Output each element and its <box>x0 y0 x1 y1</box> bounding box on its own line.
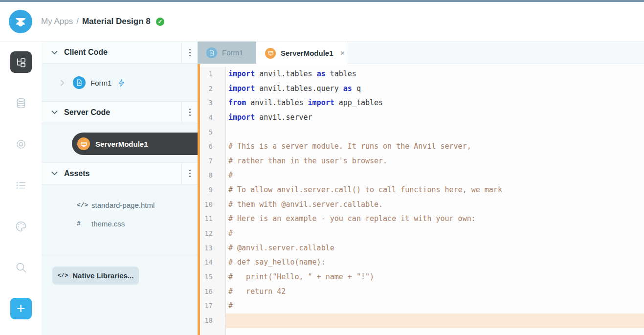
breadcrumb-separator: / <box>76 17 79 26</box>
code-editor[interactable]: 1import anvil.tables as tables2import an… <box>198 64 644 335</box>
app-title[interactable]: Material Design 8 <box>82 17 151 26</box>
tree-item-form1[interactable]: Form1 <box>42 70 198 95</box>
editor-line: 17# <box>200 299 644 313</box>
asset-item-standard-page[interactable]: </> standard-page.html <box>42 196 198 214</box>
code-line[interactable]: import anvil.tables as tables <box>226 67 644 82</box>
chevron-down-icon <box>51 110 58 114</box>
editor-line: 7# rather than in the user's browser. <box>200 154 644 169</box>
native-libraries-button[interactable]: </> Native Libraries... <box>52 267 139 285</box>
section-title: Assets <box>64 169 181 178</box>
line-number: 11 <box>200 212 226 226</box>
tree-item-label: ServerModule1 <box>95 140 148 148</box>
tab-label: ServerModule1 <box>281 49 333 57</box>
code-token: from <box>228 98 246 107</box>
line-number: 10 <box>200 198 226 212</box>
gutter-filler <box>200 328 226 335</box>
code-token: import <box>228 84 255 93</box>
code-line[interactable]: # <box>226 168 644 183</box>
code-line[interactable] <box>226 125 644 140</box>
section-header-assets[interactable]: Assets <box>42 162 198 184</box>
code-line[interactable]: # This is a server module. It runs on th… <box>226 139 644 154</box>
editor-line: 6# This is a server module. It runs on t… <box>200 139 644 154</box>
code-token: anvil.tables <box>246 98 308 107</box>
code-line[interactable]: # return 42 <box>226 285 644 299</box>
code-line-active[interactable] <box>226 313 644 328</box>
line-number: 15 <box>200 270 226 285</box>
breadcrumb-my-apps[interactable]: My Apps <box>41 17 73 26</box>
editor-line: 1import anvil.tables as tables <box>200 67 644 82</box>
code-line[interactable]: # @anvil.server.callable <box>226 241 644 256</box>
asset-item-theme-css[interactable]: # theme.css <box>42 214 198 233</box>
editor-line: 11# Here is an example - you can replace… <box>200 212 644 226</box>
code-line[interactable]: from anvil.tables import app_tables <box>226 96 644 111</box>
panel-divider-orange[interactable] <box>198 64 200 335</box>
code-token: # return 42 <box>228 287 286 296</box>
rail-item-search[interactable] <box>10 257 32 278</box>
code-line[interactable]: # rather than in the user's browser. <box>226 154 644 169</box>
code-line[interactable]: # To allow anvil.server.call() to call f… <box>226 183 644 198</box>
asset-label: standard-page.html <box>91 201 155 209</box>
code-line[interactable]: # Here is an example - you can replace i… <box>226 212 644 226</box>
section-title: Server Code <box>64 108 181 117</box>
code-token: # @anvil.server.callable <box>228 244 334 252</box>
editor-line: 15# print("Hello, " + name + "!") <box>200 270 644 285</box>
tab-form1[interactable]: Form1 <box>198 42 256 64</box>
code-line[interactable]: import anvil.tables.query as q <box>226 82 644 96</box>
list-icon <box>14 179 28 192</box>
code-token: # <box>228 171 233 179</box>
client-code-menu-button[interactable] <box>181 42 198 63</box>
add-button[interactable]: + <box>10 298 32 319</box>
rail-item-logs[interactable] <box>10 175 32 196</box>
code-token: # <box>228 229 233 238</box>
native-libraries-label: Native Libraries... <box>72 271 133 280</box>
line-number: 12 <box>200 226 226 241</box>
kebab-icon <box>189 170 191 177</box>
editor-line: 18 <box>200 313 644 328</box>
line-number: 8 <box>200 168 226 183</box>
anvil-ide-window: My Apps / Material Design 8 ✓ <box>0 0 644 335</box>
code-line[interactable]: import anvil.server <box>226 111 644 125</box>
code-token: anvil.tables.query <box>255 84 343 93</box>
form-icon <box>206 47 217 58</box>
code-filler[interactable] <box>226 328 644 335</box>
line-number: 2 <box>200 82 226 96</box>
server-code-items: ServerModule1 <box>42 123 198 162</box>
chevron-down-icon <box>51 50 58 55</box>
code-token: # <box>228 301 233 310</box>
search-icon <box>14 261 28 274</box>
code-token: # print("Hello, " + name + "!") <box>228 272 374 281</box>
code-line[interactable]: # them with @anvil.server.callable. <box>226 198 644 212</box>
section-title: Client Code <box>64 48 181 57</box>
anvil-logo[interactable] <box>9 10 32 33</box>
rail-item-data-tables[interactable] <box>10 92 32 114</box>
assets-menu-button[interactable] <box>181 163 198 184</box>
server-code-menu-button[interactable] <box>181 102 198 123</box>
rail-item-theme[interactable] <box>10 216 32 237</box>
tree-item-servermodule1-selected[interactable]: ServerModule1 <box>72 133 198 155</box>
code-line[interactable]: # <box>226 299 644 313</box>
chevron-right-icon[interactable] <box>60 80 65 86</box>
code-token: import <box>308 98 334 107</box>
line-number: 17 <box>200 299 226 313</box>
code-line[interactable]: # print("Hello, " + name + "!") <box>226 270 644 285</box>
code-line[interactable]: # <box>226 226 644 241</box>
code-line[interactable]: # def say_hello(name): <box>226 255 644 270</box>
rail-item-settings[interactable] <box>10 134 32 155</box>
server-icon <box>265 48 276 59</box>
gear-icon <box>14 137 28 151</box>
section-header-client-code[interactable]: Client Code <box>42 42 198 64</box>
client-code-items: Form1 <box>42 64 198 101</box>
line-number: 4 <box>200 111 226 125</box>
editor-rows: 1import anvil.tables as tables2import an… <box>200 64 644 335</box>
form-icon <box>73 76 86 89</box>
rail-item-app-structure[interactable] <box>10 51 32 73</box>
close-tab-icon[interactable]: × <box>340 48 345 58</box>
line-number: 16 <box>200 285 226 299</box>
line-number: 1 <box>200 67 226 82</box>
events-bolt-icon <box>118 79 125 87</box>
line-number: 14 <box>200 255 226 270</box>
tree-item-label: Form1 <box>90 79 111 87</box>
tab-servermodule1[interactable]: ServerModule1 × <box>256 42 348 65</box>
section-header-server-code[interactable]: Server Code <box>42 101 198 123</box>
editor-line: 14# def say_hello(name): <box>200 255 644 270</box>
